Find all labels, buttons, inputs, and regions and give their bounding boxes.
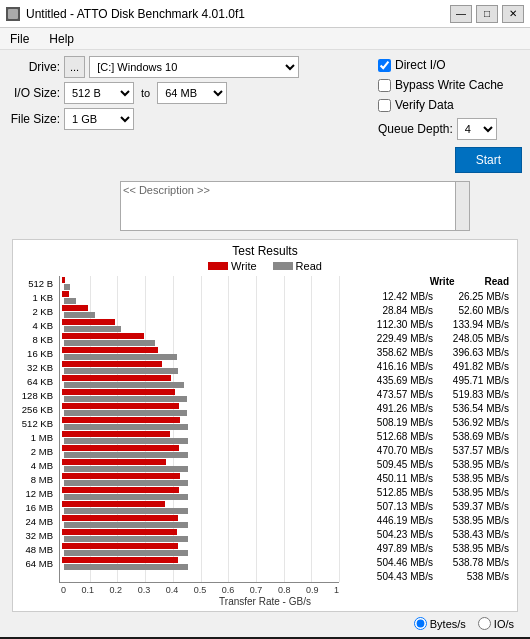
write-color-swatch <box>208 262 228 270</box>
maximize-button[interactable]: □ <box>476 5 498 23</box>
legend-read: Read <box>273 260 322 272</box>
write-label: Write <box>231 260 256 272</box>
tosize-select[interactable]: 64 MB <box>157 82 227 104</box>
row-label: 32 MB <box>17 528 55 542</box>
write-bar <box>62 347 158 353</box>
value-row: 473.57 MB/s519.83 MB/s <box>343 387 513 401</box>
bypass-write-cache-checkbox[interactable] <box>378 79 391 92</box>
value-row: 450.11 MB/s538.95 MB/s <box>343 471 513 485</box>
read-bar <box>64 466 188 472</box>
left-controls: Drive: ... [C:] Windows 10 I/O Size: 512… <box>8 56 372 173</box>
read-label: Read <box>296 260 322 272</box>
value-row: 229.49 MB/s248.05 MB/s <box>343 331 513 345</box>
legend-write: Write <box>208 260 256 272</box>
direct-io-label: Direct I/O <box>395 58 446 72</box>
bottom-panel: Bytes/s IO/s <box>8 614 522 633</box>
bar-row <box>60 556 339 570</box>
read-value: 538.43 MB/s <box>437 529 509 540</box>
description-box[interactable]: << Description >> <box>120 181 470 231</box>
ios-radio[interactable] <box>478 617 491 630</box>
read-bar <box>64 326 121 332</box>
write-bar <box>62 403 179 409</box>
values-header: Write Read <box>343 276 513 287</box>
value-row: 504.23 MB/s538.43 MB/s <box>343 527 513 541</box>
read-value: 396.63 MB/s <box>437 347 509 358</box>
title-bar-left: Untitled - ATTO Disk Benchmark 4.01.0f1 <box>6 7 245 21</box>
verify-data-row: Verify Data <box>378 98 522 112</box>
queue-depth-row: Queue Depth: 4 <box>378 118 522 140</box>
top-controls: Drive: ... [C:] Windows 10 I/O Size: 512… <box>8 56 522 173</box>
write-value: 450.11 MB/s <box>361 473 433 484</box>
bar-row <box>60 458 339 472</box>
minimize-button[interactable]: — <box>450 5 472 23</box>
read-value: 537.57 MB/s <box>437 445 509 456</box>
write-value: 470.70 MB/s <box>361 445 433 456</box>
start-button[interactable]: Start <box>455 147 522 173</box>
bar-row <box>60 318 339 332</box>
filesize-select[interactable]: 1 GB <box>64 108 134 130</box>
bar-row <box>60 514 339 528</box>
write-bar <box>62 487 179 493</box>
write-value: 508.19 MB/s <box>361 417 433 428</box>
write-value: 504.43 MB/s <box>361 571 433 582</box>
close-button[interactable]: ✕ <box>502 5 524 23</box>
bar-row <box>60 332 339 346</box>
bar-row <box>60 542 339 556</box>
bar-row <box>60 472 339 486</box>
queue-depth-select[interactable]: 4 <box>457 118 497 140</box>
menu-file[interactable]: File <box>6 31 33 47</box>
row-labels: 512 B1 KB2 KB4 KB8 KB16 KB32 KB64 KB128 … <box>17 276 55 583</box>
description-scrollbar[interactable] <box>455 182 469 230</box>
bar-row <box>60 360 339 374</box>
read-bar <box>64 382 184 388</box>
value-row: 509.45 MB/s538.95 MB/s <box>343 457 513 471</box>
read-bar <box>64 536 188 542</box>
verify-data-checkbox[interactable] <box>378 99 391 112</box>
read-value: 538.95 MB/s <box>437 543 509 554</box>
row-label: 1 MB <box>17 430 55 444</box>
write-bar <box>62 333 144 339</box>
browse-button[interactable]: ... <box>64 56 85 78</box>
read-value: 133.94 MB/s <box>437 319 509 330</box>
bar-row <box>60 388 339 402</box>
row-label: 8 MB <box>17 472 55 486</box>
read-value: 539.37 MB/s <box>437 501 509 512</box>
write-value: 504.46 MB/s <box>361 557 433 568</box>
write-value: 435.69 MB/s <box>361 375 433 386</box>
row-label: 1 KB <box>17 290 55 304</box>
read-bar <box>64 438 188 444</box>
write-value: 512.68 MB/s <box>361 431 433 442</box>
write-bar <box>62 557 178 563</box>
drive-select[interactable]: [C:] Windows 10 <box>89 56 299 78</box>
read-value: 538.69 MB/s <box>437 431 509 442</box>
direct-io-checkbox[interactable] <box>378 59 391 72</box>
row-label: 4 KB <box>17 318 55 332</box>
row-label: 16 MB <box>17 500 55 514</box>
io-size-row: I/O Size: 512 B to 64 MB <box>8 82 372 104</box>
to-label: to <box>138 87 153 99</box>
read-bar <box>64 396 187 402</box>
title-bar: Untitled - ATTO Disk Benchmark 4.01.0f1 … <box>0 0 530 28</box>
test-results-title: Test Results <box>17 244 513 258</box>
menu-bar: File Help <box>0 28 530 50</box>
value-row: 507.13 MB/s539.37 MB/s <box>343 499 513 513</box>
menu-help[interactable]: Help <box>45 31 78 47</box>
drive-row: Drive: ... [C:] Windows 10 <box>8 56 372 78</box>
write-value: 28.84 MB/s <box>361 305 433 316</box>
row-label: 64 KB <box>17 374 55 388</box>
read-value: 26.25 MB/s <box>437 291 509 302</box>
main-area: Drive: ... [C:] Windows 10 I/O Size: 512… <box>0 50 530 637</box>
write-value: 112.30 MB/s <box>361 319 433 330</box>
ios-label: IO/s <box>494 618 514 630</box>
iosize-select[interactable]: 512 B <box>64 82 134 104</box>
bytes-radio[interactable] <box>414 617 427 630</box>
write-value: 504.23 MB/s <box>361 529 433 540</box>
queue-depth-label: Queue Depth: <box>378 122 453 136</box>
row-label: 8 KB <box>17 332 55 346</box>
verify-data-label: Verify Data <box>395 98 454 112</box>
read-value: 538.95 MB/s <box>437 459 509 470</box>
read-value: 536.54 MB/s <box>437 403 509 414</box>
filesize-label: File Size: <box>8 112 60 126</box>
write-bar <box>62 417 180 423</box>
row-label: 24 MB <box>17 514 55 528</box>
